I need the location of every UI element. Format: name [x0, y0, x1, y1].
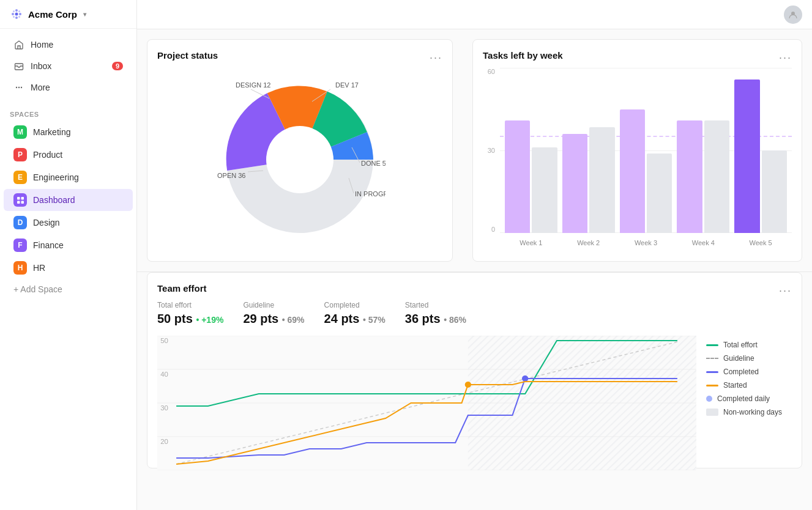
nav-inbox[interactable]: Inbox 9	[4, 56, 133, 76]
product-icon: P	[13, 148, 27, 161]
nav-more[interactable]: More	[4, 77, 133, 98]
x-label-week4: Week 4	[677, 239, 729, 246]
svg-text:50: 50	[160, 337, 168, 344]
legend-completed: Completed	[706, 368, 792, 376]
bar-week5-b	[762, 150, 787, 233]
inbox-badge: 9	[112, 62, 123, 70]
bar-group-week1	[505, 68, 557, 233]
charts-row: Project status ...	[137, 29, 812, 272]
space-hr[interactable]: H HR	[4, 257, 133, 279]
inbox-label: Inbox	[31, 61, 51, 71]
bar-week4-b	[704, 120, 729, 233]
bar-week3-b	[647, 153, 672, 233]
spaces-label: Spaces	[0, 103, 136, 120]
main-content: Project status ...	[137, 0, 812, 510]
space-product[interactable]: P Product	[4, 144, 133, 166]
pie-svg: DEV 17 DONE 5 IN PROGRESS 5 OPEN 36 DESI…	[214, 74, 386, 245]
project-status-more[interactable]: ...	[430, 50, 442, 61]
svg-point-6	[18, 10, 20, 12]
sidebar: Acme Corp ▾ Home Inbox 9 More Spaces M	[0, 0, 137, 510]
more-icon	[13, 82, 24, 93]
svg-rect-14	[21, 197, 24, 200]
stat-started: Started 36 pts • 86%	[405, 301, 466, 326]
main-nav: Home Inbox 9 More	[0, 29, 136, 103]
product-label: Product	[33, 150, 62, 160]
team-effort-title: Team effort	[157, 283, 207, 294]
add-space-button[interactable]: + Add Space	[4, 280, 133, 298]
design-icon: D	[13, 216, 27, 229]
svg-point-10	[16, 87, 17, 88]
svg-point-1	[15, 9, 18, 12]
top-bar	[137, 0, 812, 29]
nav-home[interactable]: Home	[4, 34, 133, 55]
x-label-week3: Week 3	[620, 239, 672, 246]
line-chart-svg: 50 40 30 20	[157, 336, 696, 470]
team-effort-header: Team effort ...	[157, 283, 792, 294]
company-name: Acme Corp	[28, 9, 77, 20]
legend-non-working: Non-working days	[706, 408, 792, 416]
bar-week5-a	[734, 79, 759, 233]
legend-started-line	[706, 385, 718, 386]
svg-point-11	[18, 87, 20, 88]
design-label: Design	[33, 218, 60, 227]
team-effort-more[interactable]: ...	[779, 283, 792, 294]
project-status-title: Project status	[157, 50, 218, 61]
bar-week2-b	[589, 127, 614, 233]
tasks-by-week-card: Tasks left by week ... 60 30 0	[472, 39, 802, 262]
svg-point-5	[13, 10, 15, 12]
space-design[interactable]: D Design	[4, 212, 133, 234]
more-label: More	[31, 83, 50, 92]
user-avatar[interactable]	[784, 6, 802, 24]
bar-chart: 60 30 0	[483, 68, 792, 251]
bar-group-week5	[734, 68, 787, 233]
stat-completed-label: Completed	[324, 301, 386, 309]
bar-group-week3	[620, 68, 672, 233]
stat-started-value: 36 pts • 86%	[405, 312, 466, 326]
line-chart-area: 50 40 30 20	[157, 336, 696, 458]
svg-point-0	[15, 13, 18, 16]
legend-total-effort-line	[706, 344, 718, 346]
pie-chart: DEV 17 DONE 5 IN PROGRESS 5 OPEN 36 DESI…	[157, 68, 442, 251]
space-finance[interactable]: F Finance	[4, 234, 133, 256]
stat-guideline-value: 29 pts • 69%	[243, 312, 304, 326]
dashboard-icon	[13, 193, 27, 207]
svg-text:IN PROGRESS 5: IN PROGRESS 5	[355, 190, 386, 198]
stat-total-label: Total effort	[157, 301, 223, 309]
legend-completed-line	[706, 371, 718, 373]
project-status-card: Project status ...	[147, 39, 453, 262]
space-engineering[interactable]: E Engineering	[4, 166, 133, 188]
tasks-header: Tasks left by week ...	[483, 50, 792, 61]
svg-text:OPEN 36: OPEN 36	[217, 172, 245, 179]
legend-non-working-box	[706, 408, 718, 416]
bar-week1-b	[532, 147, 557, 233]
effort-stats: Total effort 50 pts • +19% Guideline 29 …	[157, 301, 792, 326]
home-label: Home	[31, 40, 53, 50]
dashboard-label: Dashboard	[33, 195, 75, 205]
space-dashboard[interactable]: Dashboard	[4, 189, 133, 211]
svg-rect-9	[15, 64, 23, 70]
svg-point-43	[465, 382, 471, 388]
y-label-60: 60	[488, 68, 495, 75]
bar-group-week2	[562, 68, 615, 233]
x-label-week1: Week 1	[505, 239, 557, 246]
svg-point-12	[21, 87, 22, 88]
legend-completed-daily-label: Completed daily	[717, 394, 770, 403]
space-marketing[interactable]: M Marketing	[4, 121, 133, 143]
bar-week3-a	[620, 109, 645, 234]
x-label-week2: Week 2	[562, 239, 615, 246]
legend-started-label: Started	[723, 381, 747, 390]
x-label-week5: Week 5	[734, 239, 787, 246]
bar-week4-a	[677, 120, 702, 233]
svg-rect-13	[17, 197, 20, 200]
svg-rect-39	[468, 336, 583, 470]
svg-point-2	[15, 17, 18, 19]
home-icon	[13, 39, 24, 50]
company-header[interactable]: Acme Corp ▾	[0, 0, 136, 29]
svg-text:40: 40	[160, 371, 168, 378]
svg-text:DESIGN 12: DESIGN 12	[236, 81, 270, 89]
bar-week2-a	[562, 134, 587, 233]
svg-text:DONE 5: DONE 5	[361, 160, 386, 167]
bar-week1-a	[505, 120, 530, 233]
tasks-more[interactable]: ...	[779, 50, 792, 61]
stat-guideline: Guideline 29 pts • 69%	[243, 301, 304, 326]
